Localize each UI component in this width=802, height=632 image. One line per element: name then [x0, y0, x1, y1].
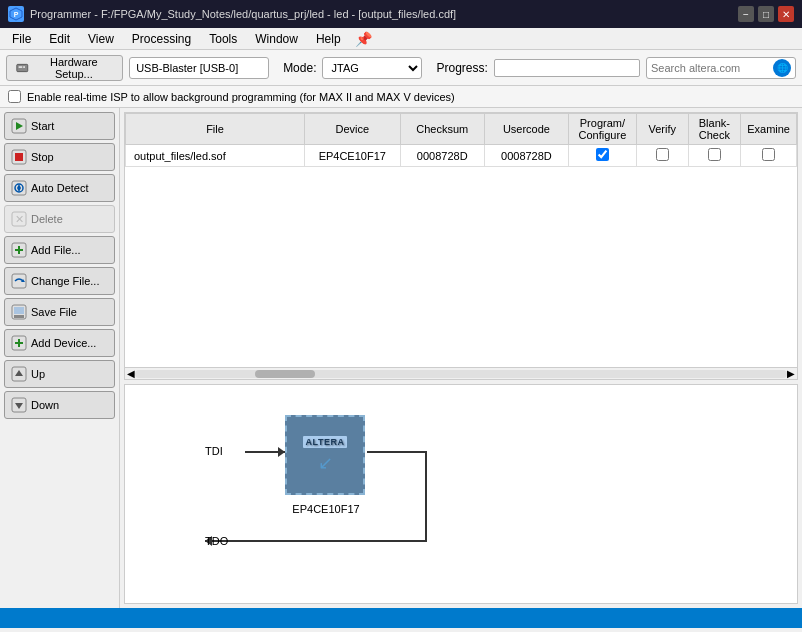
main-content: Start Stop Auto Detect ✕ Delete [0, 108, 802, 608]
col-header-examine: Examine [741, 114, 797, 145]
menu-window[interactable]: Window [247, 30, 306, 48]
cell-usercode: 0008728D [484, 145, 568, 167]
auto-detect-icon [11, 180, 27, 196]
start-icon [11, 118, 27, 134]
hardware-setup-button[interactable]: Hardware Setup... [6, 55, 123, 81]
add-device-button[interactable]: Add Device... [4, 329, 115, 357]
add-device-icon [11, 335, 27, 351]
chip-arrow-icon: ↙ [318, 452, 333, 474]
auto-detect-button[interactable]: Auto Detect [4, 174, 115, 202]
col-header-device: Device [304, 114, 400, 145]
svg-rect-8 [15, 153, 23, 161]
cell-file: output_files/led.sof [126, 145, 305, 167]
search-input[interactable] [651, 62, 771, 74]
device-chip[interactable]: ALTERA ↙ [285, 415, 365, 495]
right-line [367, 451, 427, 453]
down-button[interactable]: Down [4, 391, 115, 419]
cell-blank-check[interactable] [688, 145, 741, 167]
table-area: File Device Checksum Usercode Program/Co… [124, 112, 798, 380]
globe-icon: 🌐 [773, 59, 791, 77]
cell-checksum: 0008728D [400, 145, 484, 167]
menu-extra-icon: 📌 [355, 31, 372, 47]
stop-icon [11, 149, 27, 165]
scrollbar-track [135, 370, 787, 378]
add-file-button[interactable]: Add File... [4, 236, 115, 264]
sidebar: Start Stop Auto Detect ✕ Delete [0, 108, 120, 608]
right-panel: File Device Checksum Usercode Program/Co… [120, 108, 802, 608]
menu-tools[interactable]: Tools [201, 30, 245, 48]
tdi-label: TDI [205, 445, 223, 457]
col-header-usercode: Usercode [484, 114, 568, 145]
menu-help[interactable]: Help [308, 30, 349, 48]
blank-check-checkbox[interactable] [708, 148, 721, 161]
change-file-button[interactable]: Change File... [4, 267, 115, 295]
up-button[interactable]: Up [4, 360, 115, 388]
menu-view[interactable]: View [80, 30, 122, 48]
col-header-file: File [126, 114, 305, 145]
diagram-area: TDI ALTERA ↙ EP4CE10F17 TDO [124, 384, 798, 604]
col-header-checksum: Checksum [400, 114, 484, 145]
save-file-icon [11, 304, 27, 320]
bottom-line [425, 453, 427, 542]
window-controls[interactable]: − □ ✕ [738, 6, 794, 22]
program-checkbox[interactable] [596, 148, 609, 161]
isp-checkbox[interactable] [8, 90, 21, 103]
maximize-button[interactable]: □ [758, 6, 774, 22]
svg-rect-3 [19, 66, 23, 68]
menu-processing[interactable]: Processing [124, 30, 199, 48]
change-file-icon [11, 273, 27, 289]
svg-rect-4 [23, 66, 25, 68]
scroll-left-btn[interactable]: ◀ [127, 368, 135, 379]
delete-button[interactable]: ✕ Delete [4, 205, 115, 233]
title-bar: P Programmer - F:/FPGA/My_Study_Notes/le… [0, 0, 802, 28]
scrollbar-thumb[interactable] [255, 370, 315, 378]
examine-checkbox[interactable] [762, 148, 775, 161]
device-chip-label: EP4CE10F17 [288, 503, 364, 515]
add-file-icon [11, 242, 27, 258]
minimize-button[interactable]: − [738, 6, 754, 22]
status-bar [0, 608, 802, 628]
scroll-right-btn[interactable]: ▶ [787, 368, 795, 379]
tdi-arrow [245, 451, 285, 453]
verify-checkbox[interactable] [656, 148, 669, 161]
menu-bar: File Edit View Processing Tools Window H… [0, 28, 802, 50]
down-icon [11, 397, 27, 413]
svg-text:✕: ✕ [15, 213, 24, 225]
start-button[interactable]: Start [4, 112, 115, 140]
svg-rect-20 [14, 307, 24, 314]
title-bar-left: P Programmer - F:/FPGA/My_Study_Notes/le… [8, 6, 456, 22]
table-row: output_files/led.sof EP4CE10F17 0008728D… [126, 145, 797, 167]
horizontal-scrollbar[interactable]: ◀ ▶ [125, 367, 797, 379]
svg-rect-24 [18, 339, 20, 347]
col-header-program: Program/Configure [568, 114, 636, 145]
menu-file[interactable]: File [4, 30, 39, 48]
up-icon [11, 366, 27, 382]
svg-rect-16 [18, 246, 20, 254]
mode-select[interactable]: JTAG Active Serial Passive Serial [322, 57, 422, 79]
cell-program[interactable] [568, 145, 636, 167]
svg-rect-21 [14, 315, 24, 318]
search-box[interactable]: 🌐 [646, 57, 796, 79]
mode-label: Mode: [283, 61, 316, 75]
usb-blaster-display: USB-Blaster [USB-0] [129, 57, 269, 79]
app-icon: P [8, 6, 24, 22]
progress-bar [494, 59, 640, 77]
isp-row: Enable real-time ISP to allow background… [0, 86, 802, 108]
delete-icon: ✕ [11, 211, 27, 227]
chip-logo: ALTERA [303, 436, 348, 448]
tdo-label: TDO [205, 535, 228, 547]
close-button[interactable]: ✕ [778, 6, 794, 22]
window-title: Programmer - F:/FPGA/My_Study_Notes/led/… [30, 8, 456, 20]
toolbar: Hardware Setup... USB-Blaster [USB-0] Mo… [0, 50, 802, 86]
col-header-blank: Blank-Check [688, 114, 741, 145]
save-file-button[interactable]: Save File [4, 298, 115, 326]
menu-edit[interactable]: Edit [41, 30, 78, 48]
cell-examine[interactable] [741, 145, 797, 167]
stop-button[interactable]: Stop [4, 143, 115, 171]
col-header-verify: Verify [636, 114, 688, 145]
hardware-icon [15, 60, 30, 76]
cell-device: EP4CE10F17 [304, 145, 400, 167]
cell-verify[interactable] [636, 145, 688, 167]
isp-label: Enable real-time ISP to allow background… [27, 91, 455, 103]
svg-text:P: P [14, 11, 19, 18]
